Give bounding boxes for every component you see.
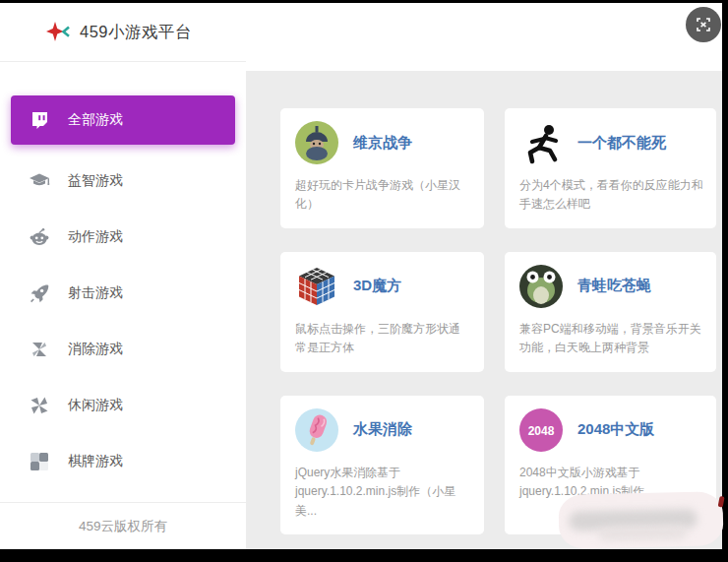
game-card-3d-cube[interactable]: 3D魔方 鼠标点击操作，三阶魔方形状通常是正方体 — [280, 252, 484, 372]
frog-icon — [519, 265, 563, 308]
sidebar-item-shooting-games[interactable]: 射击游戏 — [0, 265, 246, 321]
copyright-footer: 459云版权所有 — [0, 502, 246, 549]
game-title-link[interactable]: 3D魔方 — [353, 277, 401, 295]
screenshot-icon — [695, 16, 712, 33]
game-card-frog[interactable]: 青蛙吃苍蝇 兼容PC端和移动端，背景音乐开关功能，白天晚上两种背景 — [505, 252, 716, 372]
page-title: 459小游戏平台 — [80, 22, 192, 43]
rubiks-cube-icon — [295, 265, 338, 308]
game-title-link[interactable]: 2048中文版 — [577, 420, 654, 439]
sidebar-item-elimination-games[interactable]: 消除游戏 — [0, 321, 246, 377]
game-description: 鼠标点击操作，三阶魔方形状通常是正方体 — [295, 320, 471, 358]
game-title-link[interactable]: 维京战争 — [353, 134, 412, 153]
game-description: jQuery水果消除基于jquery.1.10.2.min.js制作（小星美..… — [295, 464, 471, 521]
game-grid: 维京战争 超好玩的卡片战争游戏（小星汉化） 一个都不能死 分为4 — [246, 71, 722, 549]
sidebar-item-label: 消除游戏 — [68, 341, 123, 358]
game-description: 兼容PC端和移动端，背景音乐开关功能，白天晚上两种背景 — [519, 320, 703, 358]
category-nav: 全部游戏 益智游戏 — [0, 62, 246, 489]
game-card-fruit-crush[interactable]: 水果消除 jQuery水果消除基于jquery.1.10.2.min.js制作（… — [280, 396, 484, 534]
game-description: 超好玩的卡片战争游戏（小星汉化） — [295, 176, 471, 215]
svg-text:2048: 2048 — [528, 423, 555, 437]
redaction-smudge — [598, 526, 687, 541]
number-2048-icon: 2048 — [519, 408, 563, 452]
game-title-link[interactable]: 一个都不能死 — [577, 134, 666, 153]
twitch-icon — [29, 109, 50, 131]
game-list-panel: 维京战争 超好玩的卡片战争游戏（小星汉化） 一个都不能死 分为4 — [246, 71, 722, 549]
game-description: 分为4个模式，看看你的反应能力和手速怎么样吧 — [519, 176, 703, 215]
redaction-red-mark — [718, 496, 725, 508]
game-card-none-can-die[interactable]: 一个都不能死 分为4个模式，看看你的反应能力和手速怎么样吧 — [505, 108, 716, 228]
rocket-icon — [29, 282, 50, 304]
screenshot-button[interactable] — [686, 7, 721, 42]
sidebar-item-all-games[interactable]: 全部游戏 — [11, 95, 235, 145]
redaction-smear — [558, 491, 723, 548]
sidebar-item-action-games[interactable]: 动作游戏 — [0, 209, 246, 265]
star-plane-logo-icon — [43, 21, 71, 44]
sidebar-item-label: 全部游戏 — [68, 111, 123, 129]
graduation-cap-icon — [29, 170, 50, 192]
sidebar-item-casual-games[interactable]: 休闲游戏 — [0, 377, 246, 433]
sidebar-item-label: 休闲游戏 — [68, 397, 123, 414]
reddit-icon — [29, 226, 50, 248]
sidebar-item-label: 射击游戏 — [68, 284, 123, 302]
checkerboard-icon — [29, 451, 50, 472]
game-title-link[interactable]: 水果消除 — [353, 420, 412, 439]
sidebar-item-puzzle-games[interactable]: 益智游戏 — [0, 153, 246, 209]
sidebar-item-label: 动作游戏 — [68, 228, 123, 246]
running-man-icon — [519, 121, 563, 164]
popsicle-icon — [295, 408, 338, 452]
viking-avatar-icon — [295, 121, 338, 164]
game-title-link[interactable]: 青蛙吃苍蝇 — [577, 277, 651, 295]
brand: 459小游戏平台 — [0, 3, 246, 62]
sidebar-item-label: 棋牌游戏 — [68, 453, 123, 470]
game-card-viking-war[interactable]: 维京战争 超好玩的卡片战争游戏（小星汉化） — [280, 108, 484, 228]
sidebar: 459小游戏平台 全部游戏 — [0, 3, 246, 549]
shuriken-icon — [29, 395, 50, 416]
sidebar-item-board-games[interactable]: 棋牌游戏 — [0, 433, 246, 489]
app-window: 459小游戏平台 全部游戏 — [0, 3, 722, 549]
sidebar-item-label: 益智游戏 — [68, 172, 123, 190]
pinwheel-icon — [29, 339, 50, 360]
